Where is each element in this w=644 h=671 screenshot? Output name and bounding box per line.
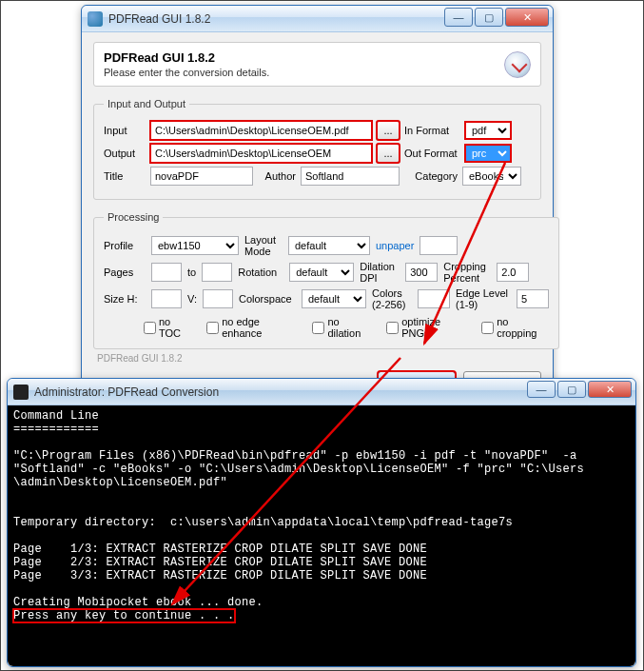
pages-label: Pages <box>104 266 146 278</box>
in-format-select[interactable]: pdf <box>464 121 512 140</box>
colorspace-label: Colorspace <box>239 293 296 305</box>
io-legend: Input and Output <box>104 98 189 109</box>
no-toc-checkbox[interactable]: no TOC <box>144 316 193 339</box>
rotation-label: Rotation <box>238 266 283 278</box>
layout-select[interactable]: default <box>288 236 370 255</box>
processing-group: Processing Profile ebw1150 Layout Mode d… <box>93 211 559 349</box>
author-field[interactable] <box>301 167 400 186</box>
cmd-icon <box>13 385 29 400</box>
category-select[interactable]: eBooks <box>462 167 521 186</box>
window-title: PDFRead GUI 1.8.2 <box>108 12 210 26</box>
title-field[interactable] <box>150 167 253 186</box>
input-label: Input <box>104 125 146 136</box>
processing-legend: Processing <box>104 211 163 223</box>
input-path-field[interactable] <box>150 121 372 140</box>
unpaper-label[interactable]: unpaper <box>376 240 414 251</box>
minimize-button[interactable]: ― <box>444 8 473 27</box>
gui-titlebar[interactable]: PDFRead GUI 1.8.2 ― ▢ ✕ <box>82 6 553 32</box>
rotation-select[interactable]: default <box>289 263 354 282</box>
cli-window-title: Administrator: PDFRead Conversion <box>34 385 219 399</box>
dilation-field[interactable] <box>405 263 438 282</box>
cli-output[interactable]: Command Line ============ "C:\Program Fi… <box>8 405 635 666</box>
io-group: Input and Output Input ... In Format pdf… <box>93 98 541 200</box>
edge-field[interactable] <box>517 289 549 308</box>
title-label: Title <box>104 170 146 182</box>
close-button[interactable]: ✕ <box>505 8 549 27</box>
category-label: Category <box>404 170 458 182</box>
sizeh-label: Size H: <box>104 293 146 305</box>
cli-minimize-button[interactable]: ― <box>527 381 556 398</box>
unpaper-field[interactable] <box>420 236 458 255</box>
colors-field[interactable] <box>418 289 450 308</box>
maximize-button[interactable]: ▢ <box>475 8 503 27</box>
dilation-label: Dilation DPI <box>360 261 400 284</box>
profile-select[interactable]: ebw1150 <box>151 236 239 255</box>
input-browse-button[interactable]: ... <box>377 121 400 140</box>
out-format-label: Out Format <box>404 148 459 159</box>
cropping-field[interactable] <box>497 263 529 282</box>
pages-from-field[interactable] <box>151 263 182 282</box>
no-edge-checkbox[interactable]: no edge enhance <box>206 316 299 339</box>
press-key-prompt: Press any key to continue . . . <box>13 609 235 622</box>
output-label: Output <box>104 148 146 159</box>
pages-to-label: to <box>187 266 196 278</box>
sizeh-field[interactable] <box>151 289 182 308</box>
colors-label: Colors (2-256) <box>372 287 412 310</box>
no-dilation-checkbox[interactable]: no dilation <box>312 316 373 339</box>
layout-label: Layout Mode <box>244 234 283 257</box>
footer-note: PDFRead GUI 1.8.2 <box>97 353 541 364</box>
output-path-field[interactable] <box>150 144 372 163</box>
cli-close-button[interactable]: ✕ <box>588 381 632 398</box>
out-format-select[interactable]: prc <box>464 144 512 163</box>
pages-to-field[interactable] <box>202 263 232 282</box>
app-icon <box>504 51 531 78</box>
edge-label: Edge Level (1-9) <box>456 287 511 310</box>
header-title: PDFRead GUI 1.8.2 <box>104 50 269 65</box>
cropping-label: Cropping Percent <box>443 261 491 284</box>
header-subtitle: Please enter the conversion details. <box>104 67 269 78</box>
sizev-field[interactable] <box>203 289 233 308</box>
optimize-pngs-checkbox[interactable]: optimize PNGs <box>386 316 468 339</box>
sizev-label: V: <box>187 293 197 305</box>
pdfread-gui-window: PDFRead GUI 1.8.2 ― ▢ ✕ PDFRead GUI 1.8.… <box>81 5 554 406</box>
in-format-label: In Format <box>404 125 459 136</box>
header-panel: PDFRead GUI 1.8.2 Please enter the conve… <box>93 42 541 87</box>
cli-maximize-button[interactable]: ▢ <box>557 381 586 398</box>
no-cropping-checkbox[interactable]: no cropping <box>481 316 549 339</box>
app-favicon <box>88 11 103 27</box>
profile-label: Profile <box>104 240 146 251</box>
author-label: Author <box>258 170 296 182</box>
cli-window: Administrator: PDFRead Conversion ― ▢ ✕ … <box>7 378 636 667</box>
colorspace-select[interactable]: default <box>302 289 366 308</box>
output-browse-button[interactable]: ... <box>377 144 400 163</box>
cli-titlebar[interactable]: Administrator: PDFRead Conversion ― ▢ ✕ <box>8 379 635 405</box>
